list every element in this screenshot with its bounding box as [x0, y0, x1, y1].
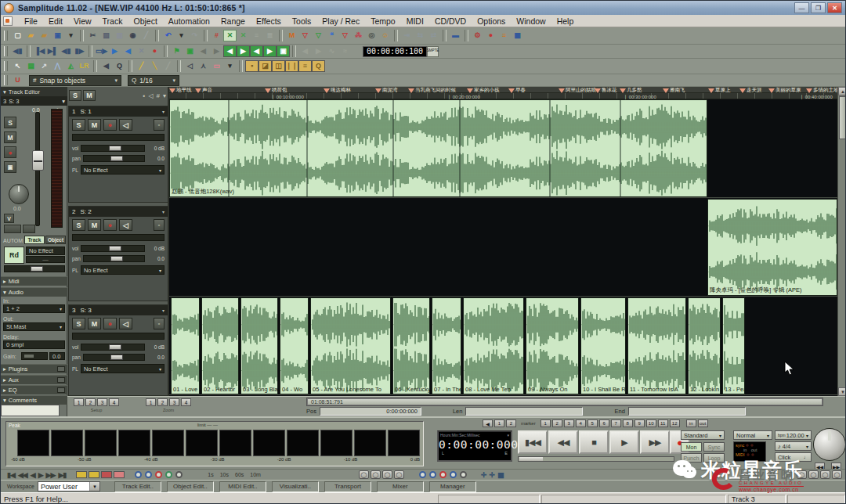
toolbar-time-display[interactable]: 00:00:00:100	[363, 46, 427, 57]
tempo-wave-icon[interactable]: ≈	[338, 45, 352, 57]
zoom-preset[interactable]: 60s	[235, 472, 244, 477]
workspace-panel-button[interactable]: Visualizati..	[272, 481, 319, 492]
cd-record-icon[interactable]: ▣	[277, 45, 290, 57]
range-start-icon[interactable]: ▐◀	[33, 45, 46, 57]
timeline-marker[interactable]: 早春	[508, 87, 526, 93]
play-reverse-icon[interactable]: ◀	[121, 45, 135, 57]
audio-clip[interactable]: 08 - Love Me Ten	[463, 297, 524, 394]
pos-field[interactable]: 0:00:00:000	[320, 407, 421, 416]
volume-slider[interactable]	[81, 145, 145, 152]
zoom-preset-button[interactable]: 1	[146, 398, 156, 406]
timeline-marker[interactable]: 阿里山的姑娘	[559, 87, 596, 93]
stop-button[interactable]: ■	[579, 430, 609, 454]
timeline-marker[interactable]: 南泥湾	[375, 87, 398, 93]
zoom-preset[interactable]: 10m	[250, 472, 261, 477]
punch-in-marker-icon[interactable]: ⚑	[170, 45, 183, 57]
track-freeze-button[interactable]: ▫	[154, 318, 164, 329]
zoom-range-4-icon[interactable]	[165, 471, 172, 478]
expand-icon[interactable]: ▸	[3, 278, 6, 285]
audio-clip[interactable]: 02 - Heartbr	[201, 297, 239, 394]
wave-edit-tool-icon[interactable]: ⋏	[197, 60, 210, 72]
open-project-icon[interactable]: ▰	[24, 30, 38, 41]
comments-section[interactable]: Comments	[9, 397, 37, 404]
loop-play-icon[interactable]: ▶	[237, 45, 250, 57]
chevron-down-icon[interactable]: ▾	[507, 433, 509, 437]
record-pause-icon[interactable]: ●	[148, 45, 161, 57]
eq-section[interactable]: EQ	[9, 387, 17, 394]
cd-manager-icon[interactable]: ◎	[365, 30, 378, 41]
timeline-marker[interactable]: 家乡的小孩	[467, 87, 500, 93]
zoom-preset-button[interactable]: 3	[169, 398, 179, 406]
smiley-icon[interactable]: ☺	[378, 30, 392, 41]
track-solo-button[interactable]: S	[72, 318, 85, 329]
play-icon[interactable]: ▶	[108, 45, 121, 57]
marker-prev-button[interactable]: ◀	[483, 419, 493, 427]
select-range-icon[interactable]: ▬	[449, 30, 462, 41]
scrub-right-icon[interactable]: ▶	[312, 45, 325, 57]
track-name-field[interactable]	[72, 134, 164, 141]
snap-option-3-icon[interactable]: ◯	[382, 470, 392, 479]
scrub-mouse-mode-icon[interactable]: ◭	[64, 60, 78, 72]
setup-button[interactable]: 2	[85, 398, 96, 406]
fader-handle[interactable]	[32, 150, 44, 171]
slider-handle[interactable]	[110, 355, 123, 360]
arrange-area[interactable]: 地平线声音绣荷包嘎达梅林南泥湾当乳燕飞回的时候家乡的小孩早春阿里山的姑娘鲁冰花几…	[169, 87, 837, 396]
menu-item[interactable]: Window	[511, 16, 551, 27]
save-project-icon[interactable]: ▣	[51, 30, 64, 41]
range-store-3-icon[interactable]	[101, 471, 112, 478]
snap-option-1-icon[interactable]: ◯	[359, 470, 369, 479]
snap-option-4-icon[interactable]: ◯	[394, 470, 404, 479]
marker-locate-button[interactable]: 7	[611, 419, 621, 427]
view-option-4-icon[interactable]: ◯	[832, 470, 842, 479]
play-button[interactable]: ▶	[609, 430, 639, 454]
track-monitor-button[interactable]: ◁	[119, 219, 132, 231]
cascade-icon[interactable]: ✛	[481, 471, 486, 479]
arrange-lane-3[interactable]: 01 - Love02 - Heartbr03 - Long Bla04 - W…	[169, 297, 837, 395]
chevron-down-icon[interactable]: ▾	[162, 109, 164, 114]
redo-icon[interactable]: ↷	[188, 30, 201, 41]
timeline-marker[interactable]: 几多愁	[620, 87, 642, 93]
close-button[interactable]: ✕	[827, 2, 842, 13]
fast-forward-icon[interactable]: ▶▶	[46, 471, 56, 479]
menu-item[interactable]: Object	[128, 16, 162, 27]
crossfade-editor-icon[interactable]: ✕	[223, 30, 237, 41]
universal-mouse-mode-icon[interactable]: ↖	[11, 60, 24, 72]
menu-item[interactable]: Effects	[251, 16, 287, 27]
audio-clip[interactable]: 10 - I Shall Be Rele	[580, 297, 626, 394]
editor-slider[interactable]	[4, 265, 65, 272]
aux-section[interactable]: Aux	[9, 376, 19, 383]
play-mode-dropdown[interactable]: Standard▾	[681, 430, 725, 440]
menu-item[interactable]: Tempo	[365, 16, 401, 27]
copy-icon[interactable]: ▤	[99, 30, 113, 41]
scrub-5-icon[interactable]	[460, 471, 467, 478]
len-field[interactable]	[465, 407, 583, 416]
mute-tool-icon[interactable]: ◀	[99, 60, 113, 72]
import-audio-icon[interactable]: ▰	[38, 30, 51, 41]
small-button-1[interactable]	[4, 225, 21, 233]
scroll-down-icon[interactable]: ▼	[838, 387, 846, 396]
magnet-icon[interactable]: U	[11, 74, 24, 86]
slider-handle[interactable]	[31, 266, 43, 272]
loop-back-icon[interactable]: ◀	[250, 45, 263, 57]
track-record-button[interactable]: ●	[103, 219, 117, 231]
scrollbar-handle[interactable]	[839, 96, 846, 139]
expand-icon[interactable]: ▸	[3, 376, 6, 383]
shuttle-icon[interactable]: ∿	[325, 45, 338, 57]
auto-crossfade-icon[interactable]: ✕	[237, 30, 250, 41]
workspace-panel-button[interactable]: Track Edit..	[114, 481, 161, 492]
slider-handle[interactable]	[109, 344, 121, 350]
slider-handle[interactable]	[110, 156, 123, 161]
lock-icon[interactable]: ▣	[4, 161, 16, 173]
v-button[interactable]: V	[4, 214, 14, 223]
menu-item[interactable]: File	[19, 16, 43, 27]
zoom-preset[interactable]: 1s	[208, 472, 213, 477]
workspace-panel-button[interactable]: Manager	[429, 481, 476, 492]
zoom-preset-button[interactable]: 2	[157, 398, 168, 406]
layers-icon[interactable]: ≡	[497, 30, 511, 41]
bpm-field[interactable]: bpm120.00▾	[775, 430, 812, 440]
track-mute-button[interactable]: M	[88, 219, 101, 231]
menu-item[interactable]: Edit	[43, 16, 68, 27]
slider-handle[interactable]	[110, 256, 123, 261]
range-store-1-icon[interactable]	[76, 471, 87, 478]
timeline-marker[interactable]: 美丽的草原	[768, 87, 801, 93]
